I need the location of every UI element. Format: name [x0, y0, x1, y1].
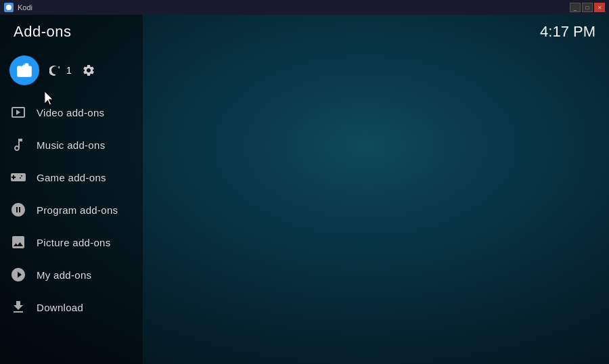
main-container: 1 Video add-ons	[0, 15, 609, 364]
content-area	[143, 15, 609, 364]
video-addons-label: Video add-ons	[37, 107, 104, 118]
page-time: 4:17 PM	[540, 23, 595, 41]
svg-point-0	[6, 5, 12, 10]
sidebar-item-program-addons[interactable]: Program add-ons	[0, 194, 143, 226]
program-addons-label: Program add-ons	[37, 204, 118, 216]
settings-icon[interactable]	[81, 63, 96, 78]
video-icon	[9, 104, 27, 121]
page-header: Add-ons 4:17 PM	[0, 15, 609, 49]
sidebar: 1 Video add-ons	[0, 15, 143, 364]
menu-list: Video add-ons Music add-ons Game add-ons	[0, 96, 143, 323]
picture-addons-label: Picture add-ons	[37, 237, 111, 248]
minimize-button[interactable]: _	[570, 3, 581, 12]
titlebar-title: Kodi	[18, 3, 32, 12]
picture-icon	[9, 233, 27, 251]
maximize-button[interactable]: □	[582, 3, 593, 12]
sidebar-item-download[interactable]: Download	[0, 291, 143, 323]
kodi-icon	[4, 3, 14, 12]
titlebar-controls[interactable]: _ □ ✕	[570, 3, 605, 12]
music-addons-label: Music add-ons	[37, 139, 105, 151]
refresh-count: 1	[66, 65, 72, 76]
titlebar-left: Kodi	[4, 3, 32, 12]
sidebar-item-my-addons[interactable]: My add-ons	[0, 258, 143, 291]
refresh-icon[interactable]	[49, 64, 62, 77]
download-label: Download	[37, 302, 83, 313]
sidebar-item-picture-addons[interactable]: Picture add-ons	[0, 226, 143, 258]
page-title: Add-ons	[14, 23, 71, 41]
refresh-group: 1	[49, 64, 72, 77]
sidebar-item-video-addons[interactable]: Video add-ons	[0, 96, 143, 129]
game-icon	[9, 168, 27, 186]
download-icon	[9, 298, 27, 316]
close-button[interactable]: ✕	[594, 3, 605, 12]
myaddon-icon	[9, 266, 27, 283]
titlebar: Kodi _ □ ✕	[0, 0, 609, 15]
sidebar-item-game-addons[interactable]: Game add-ons	[0, 161, 143, 194]
music-icon	[9, 136, 27, 154]
sidebar-item-music-addons[interactable]: Music add-ons	[0, 129, 143, 161]
addon-box-icon[interactable]	[9, 55, 39, 85]
game-addons-label: Game add-ons	[37, 172, 106, 183]
program-icon	[9, 201, 27, 219]
sidebar-header: 1	[0, 50, 143, 96]
my-addons-label: My add-ons	[37, 269, 91, 281]
